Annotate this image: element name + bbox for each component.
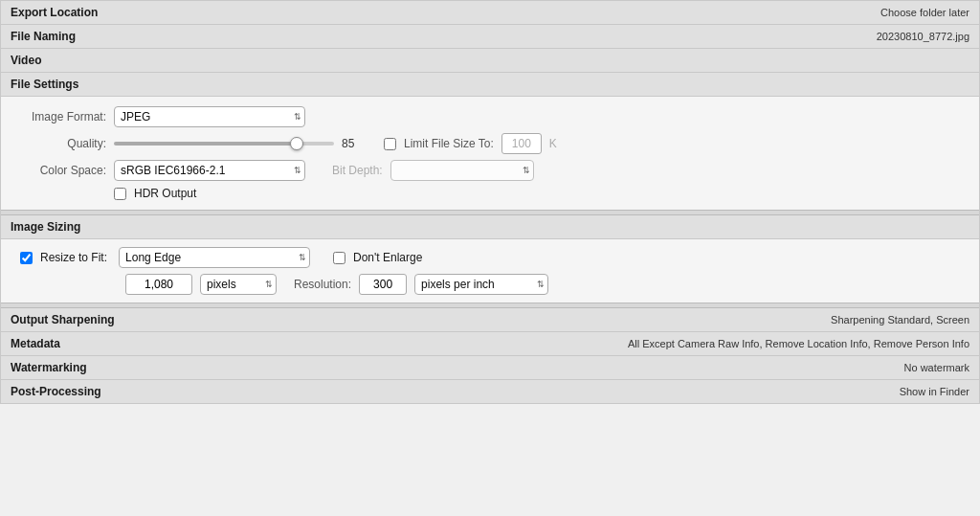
limit-file-size-input[interactable] [501,133,542,154]
file-settings-body: Image Format: JPEG TIFF PSD DNG Original… [1,97,979,210]
metadata-value: All Except Camera Raw Info, Remove Locat… [628,338,969,349]
color-space-select[interactable]: sRGB IEC61966-2.1 AdobeRGB ProPhoto RGB [114,160,305,181]
watermarking-header: Watermarking No watermark [1,356,979,380]
hdr-output-row: HDR Output [114,187,960,200]
export-location-header: Export Location Choose folder later [1,1,979,25]
bit-depth-select-wrapper [390,160,534,181]
bit-depth-label: Bit Depth: [332,164,383,177]
resolution-label: Resolution: [294,278,351,291]
bit-depth-select[interactable] [390,160,534,181]
pixel-unit-select[interactable]: pixels inches cm [200,274,277,295]
post-processing-header: Post-Processing Show in Finder [1,380,979,403]
image-sizing-label: Image Sizing [11,220,80,234]
watermarking-label: Watermarking [11,361,87,374]
dont-enlarge-checkbox[interactable] [333,252,345,264]
resolution-unit-select[interactable]: pixels per inch pixels per cm [414,274,548,295]
image-sizing-body: Resize to Fit: Long Edge Short Edge Widt… [1,239,979,303]
image-format-row: Image Format: JPEG TIFF PSD DNG Original [20,106,960,127]
output-sharpening-value: Sharpening Standard, Screen [831,314,969,325]
limit-file-size-checkbox[interactable] [384,138,396,150]
resolution-unit-wrapper: pixels per inch pixels per cm [414,274,548,295]
metadata-header: Metadata All Except Camera Raw Info, Rem… [1,332,979,356]
output-sharpening-label: Output Sharpening [11,313,115,326]
image-format-label: Image Format: [20,110,106,123]
pixel-value-input[interactable] [125,274,192,295]
quality-slider[interactable] [114,142,334,146]
resize-to-fit-row: Resize to Fit: Long Edge Short Edge Widt… [20,247,960,268]
quality-value: 85 [342,137,365,150]
pixel-value-row: pixels inches cm Resolution: pixels per … [125,274,960,295]
dont-enlarge-label: Don't Enlarge [353,251,422,264]
hdr-output-checkbox[interactable] [114,188,126,200]
post-processing-label: Post-Processing [11,385,101,398]
post-processing-value: Show in Finder [900,386,969,397]
watermarking-value: No watermark [904,362,969,373]
resize-dropdown[interactable]: Long Edge Short Edge Width Height Megapi… [119,247,310,268]
file-settings-label: File Settings [11,78,78,91]
resolution-input[interactable] [359,274,407,295]
resize-dropdown-wrapper: Long Edge Short Edge Width Height Megapi… [119,247,310,268]
color-space-row: Color Space: sRGB IEC61966-2.1 AdobeRGB … [20,160,960,181]
color-space-label: Color Space: [20,164,106,177]
file-naming-header: File Naming 20230810_8772.jpg [1,25,979,49]
image-format-select-wrapper: JPEG TIFF PSD DNG Original [114,106,305,127]
output-sharpening-header: Output Sharpening Sharpening Standard, S… [1,308,979,332]
pixel-unit-wrapper: pixels inches cm [200,274,277,295]
metadata-label: Metadata [11,337,60,350]
resize-to-fit-label: Resize to Fit: [40,251,107,264]
file-naming-value: 20230810_8772.jpg [877,31,969,42]
resize-to-fit-checkbox[interactable] [20,252,33,264]
video-header: Video [1,49,979,73]
export-location-value: Choose folder later [880,7,969,18]
limit-file-size-label: Limit File Size To: [404,137,494,150]
color-space-select-wrapper: sRGB IEC61966-2.1 AdobeRGB ProPhoto RGB [114,160,305,181]
file-settings-header: File Settings [1,73,979,97]
image-sizing-header: Image Sizing [1,215,979,239]
quality-label: Quality: [20,137,106,150]
export-location-label: Export Location [11,6,98,19]
hdr-output-label: HDR Output [134,187,196,200]
quality-row: Quality: 85 Limit File Size To: K [20,133,960,154]
image-format-select[interactable]: JPEG TIFF PSD DNG Original [114,106,305,127]
limit-file-size-unit: K [549,137,557,150]
file-naming-label: File Naming [11,30,76,43]
video-label: Video [11,54,41,67]
